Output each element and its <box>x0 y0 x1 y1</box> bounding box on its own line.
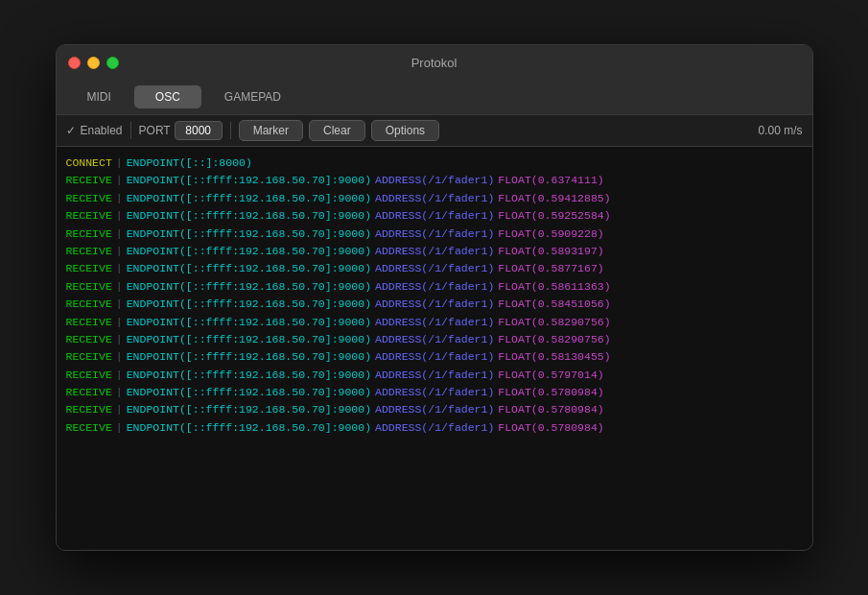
log-endpoint: ENDPOINT([::ffff:192.168.50.70]:9000) <box>127 278 371 296</box>
check-icon: ✓ <box>66 124 76 137</box>
log-endpoint: ENDPOINT([::ffff:192.168.50.70]:9000) <box>127 367 371 384</box>
log-address: ADDRESS(/1/fader1) <box>375 348 494 366</box>
log-type: RECEIVE <box>66 296 112 313</box>
minimize-button[interactable] <box>87 57 100 69</box>
log-row: RECEIVE | ENDPOINT([::ffff:192.168.50.70… <box>66 172 803 189</box>
close-button[interactable] <box>68 57 81 69</box>
log-row: RECEIVE | ENDPOINT([::ffff:192.168.50.70… <box>66 190 803 207</box>
log-separator: | <box>116 401 123 418</box>
log-area: CONNECT | ENDPOINT([::]:8000)RECEIVE | E… <box>57 147 812 550</box>
divider-1 <box>130 122 131 139</box>
log-endpoint: ENDPOINT([::ffff:192.168.50.70]:9000) <box>127 226 371 243</box>
log-row: RECEIVE | ENDPOINT([::ffff:192.168.50.70… <box>66 207 803 225</box>
log-endpoint: ENDPOINT([::ffff:192.168.50.70]:9000) <box>127 331 371 348</box>
log-separator: | <box>116 172 123 189</box>
app-window: Protokol MIDI OSC GAMEPAD ✓ Enabled PORT… <box>56 44 813 551</box>
log-type: RECEIVE <box>66 172 112 189</box>
log-endpoint: ENDPOINT([::]:8000) <box>127 155 252 172</box>
log-endpoint: ENDPOINT([::ffff:192.168.50.70]:9000) <box>127 243 371 260</box>
log-address: ADDRESS(/1/fader1) <box>375 419 494 437</box>
log-address: ADDRESS(/1/fader1) <box>375 367 494 384</box>
log-address: ADDRESS(/1/fader1) <box>375 314 494 331</box>
log-row: RECEIVE | ENDPOINT([::ffff:192.168.50.70… <box>66 367 803 384</box>
toolbar: ✓ Enabled PORT 8000 Marker Clear Options… <box>57 115 812 147</box>
log-separator: | <box>116 155 123 172</box>
speed-display: 0.00 m/s <box>758 124 802 137</box>
log-endpoint: ENDPOINT([::ffff:192.168.50.70]:9000) <box>127 260 371 277</box>
log-float: FLOAT(0.5780984) <box>498 384 603 401</box>
log-type: RECEIVE <box>66 207 112 225</box>
divider-2 <box>230 122 231 139</box>
port-value[interactable]: 8000 <box>175 121 223 140</box>
log-row: RECEIVE | ENDPOINT([::ffff:192.168.50.70… <box>66 278 803 296</box>
log-endpoint: ENDPOINT([::ffff:192.168.50.70]:9000) <box>127 296 371 313</box>
log-address: ADDRESS(/1/fader1) <box>375 296 494 313</box>
log-type: RECEIVE <box>66 190 112 207</box>
enabled-label: Enabled <box>81 124 123 137</box>
log-address: ADDRESS(/1/fader1) <box>375 260 494 277</box>
traffic-lights <box>68 57 119 69</box>
log-address: ADDRESS(/1/fader1) <box>375 278 494 296</box>
log-float: FLOAT(0.58290756) <box>498 331 610 348</box>
log-row: RECEIVE | ENDPOINT([::ffff:192.168.50.70… <box>66 260 803 277</box>
window-title: Protokol <box>411 56 457 70</box>
log-float: FLOAT(0.59252584) <box>498 207 610 225</box>
tab-gamepad[interactable]: GAMEPAD <box>203 85 302 108</box>
tab-midi[interactable]: MIDI <box>66 85 132 108</box>
log-type: RECEIVE <box>66 401 112 418</box>
log-row: RECEIVE | ENDPOINT([::ffff:192.168.50.70… <box>66 296 803 313</box>
log-type: RECEIVE <box>66 331 112 348</box>
marker-button[interactable]: Marker <box>239 120 303 141</box>
log-type: RECEIVE <box>66 384 112 401</box>
log-separator: | <box>116 419 123 437</box>
tab-osc[interactable]: OSC <box>134 85 201 108</box>
log-float: FLOAT(0.58290756) <box>498 314 610 331</box>
log-address: ADDRESS(/1/fader1) <box>375 226 494 243</box>
log-separator: | <box>116 296 123 313</box>
log-type: RECEIVE <box>66 278 112 296</box>
log-endpoint: ENDPOINT([::ffff:192.168.50.70]:9000) <box>127 348 371 366</box>
log-separator: | <box>116 243 123 260</box>
log-separator: | <box>116 226 123 243</box>
log-float: FLOAT(0.5909228) <box>498 226 603 243</box>
log-type: RECEIVE <box>66 367 112 384</box>
log-row: RECEIVE | ENDPOINT([::ffff:192.168.50.70… <box>66 226 803 243</box>
log-separator: | <box>116 331 123 348</box>
log-separator: | <box>116 190 123 207</box>
tab-bar: MIDI OSC GAMEPAD <box>57 80 812 115</box>
log-type: CONNECT <box>66 155 112 172</box>
log-float: FLOAT(0.59412885) <box>498 190 610 207</box>
log-float: FLOAT(0.5797014) <box>498 367 603 384</box>
log-float: FLOAT(0.58451056) <box>498 296 610 313</box>
log-float: FLOAT(0.5877167) <box>498 260 603 277</box>
log-float: FLOAT(0.58611363) <box>498 278 610 296</box>
log-separator: | <box>116 367 123 384</box>
log-address: ADDRESS(/1/fader1) <box>375 207 494 225</box>
log-separator: | <box>116 384 123 401</box>
log-type: RECEIVE <box>66 226 112 243</box>
log-address: ADDRESS(/1/fader1) <box>375 190 494 207</box>
log-row: RECEIVE | ENDPOINT([::ffff:192.168.50.70… <box>66 243 803 260</box>
log-endpoint: ENDPOINT([::ffff:192.168.50.70]:9000) <box>127 190 371 207</box>
log-endpoint: ENDPOINT([::ffff:192.168.50.70]:9000) <box>127 384 371 401</box>
clear-button[interactable]: Clear <box>309 120 365 141</box>
enabled-check[interactable]: ✓ Enabled <box>66 124 123 137</box>
maximize-button[interactable] <box>106 57 119 69</box>
log-type: RECEIVE <box>66 243 112 260</box>
log-float: FLOAT(0.58130455) <box>498 348 610 366</box>
log-address: ADDRESS(/1/fader1) <box>375 243 494 260</box>
options-button[interactable]: Options <box>371 120 439 141</box>
log-type: RECEIVE <box>66 314 112 331</box>
log-address: ADDRESS(/1/fader1) <box>375 172 494 189</box>
title-bar: Protokol <box>57 45 812 80</box>
log-row: CONNECT | ENDPOINT([::]:8000) <box>66 155 803 172</box>
log-separator: | <box>116 314 123 331</box>
log-endpoint: ENDPOINT([::ffff:192.168.50.70]:9000) <box>127 401 371 418</box>
log-row: RECEIVE | ENDPOINT([::ffff:192.168.50.70… <box>66 419 803 437</box>
log-row: RECEIVE | ENDPOINT([::ffff:192.168.50.70… <box>66 401 803 418</box>
log-endpoint: ENDPOINT([::ffff:192.168.50.70]:9000) <box>127 314 371 331</box>
port-label: PORT <box>139 124 171 137</box>
log-type: RECEIVE <box>66 260 112 277</box>
port-display: PORT 8000 <box>139 121 223 140</box>
log-endpoint: ENDPOINT([::ffff:192.168.50.70]:9000) <box>127 172 371 189</box>
